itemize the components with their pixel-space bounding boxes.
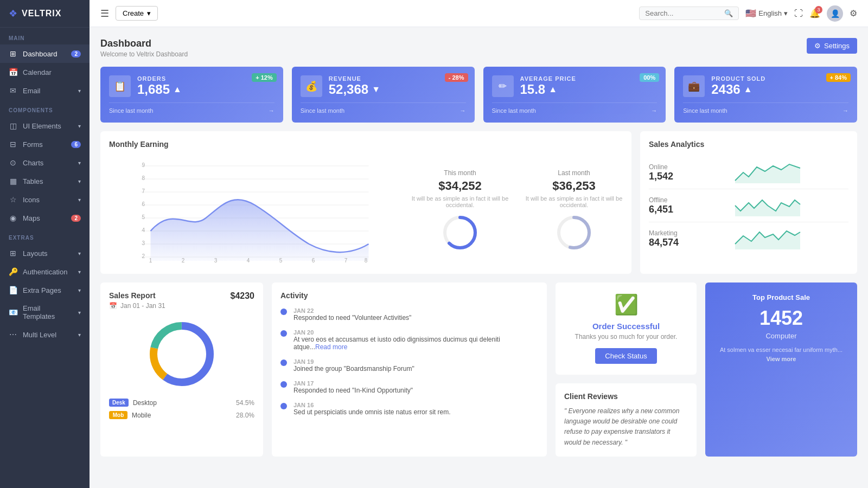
hamburger-icon[interactable]: ☰ [100, 8, 109, 20]
productsold-icon-box: 💼 [683, 75, 705, 97]
online-sparkline [687, 162, 848, 183]
order-success-desc: Thanks you so much for your order. [575, 333, 678, 341]
revenue-bottom: Since last month → [301, 102, 466, 114]
sidebar-label-forms: Forms [23, 140, 43, 149]
revenue-trend-icon: ▼ [372, 85, 380, 94]
dashboard-icon: ⊞ [9, 49, 17, 58]
sidebar-item-dashboard[interactable]: ⊞ Dashboard 2 [0, 44, 90, 63]
view-more-link[interactable]: View more [767, 356, 796, 362]
fullscreen-button[interactable]: ⛶ [794, 9, 803, 18]
svg-text:2: 2 [142, 253, 145, 259]
productsold-value: 2436 ▲ [711, 82, 765, 97]
fullscreen-icon: ⛶ [794, 9, 803, 18]
revenue-badge: - 28% [445, 73, 468, 82]
analytics-item-marketing: Marketing 84,574 [649, 222, 848, 255]
sidebar-item-icons[interactable]: ☆ Icons ▾ [0, 190, 90, 209]
svg-text:9: 9 [142, 162, 145, 168]
sidebar: ❖ VELTRIX MAIN ⊞ Dashboard 2 📅 Calendar … [0, 0, 90, 488]
layouts-icon: ⊞ [9, 249, 17, 258]
settings-btn-label: Settings [824, 42, 850, 50]
svg-text:6: 6 [312, 258, 315, 264]
sales-report-card: Sales Report $4230 📅 Jan 01 - Jan 31 [100, 282, 263, 457]
avatar[interactable]: 👤 [827, 5, 843, 22]
activity-content-3: JAN 17 Responded to need "In-Kind Opport… [293, 380, 413, 394]
sidebar-label-icons: Icons [23, 196, 40, 204]
sidebar-item-maps[interactable]: ◉ Maps 2 [0, 209, 90, 227]
this-month-desc: It will be as simple as in fact it will … [411, 195, 509, 208]
top-product-desc: At solmen va esser necesai far uniform m… [716, 345, 846, 363]
productsold-badge: + 84% [826, 73, 851, 82]
page-titles: Dashboard Welcome to Veltrix Dashboard [100, 38, 188, 58]
chart-area: 9 8 7 6 5 4 3 2 [109, 155, 623, 265]
device-item-mobile: Mob Mobile 28.0% [109, 411, 254, 419]
check-status-button[interactable]: Check Status [595, 348, 656, 364]
topbar: ☰ Create ▾ 🔍 🇺🇸 English ▾ ⛶ 🔔 3 👤 ⚙ [90, 0, 868, 27]
main-content: ☰ Create ▾ 🔍 🇺🇸 English ▾ ⛶ 🔔 3 👤 ⚙ [90, 0, 868, 488]
top-product-name: Computer [765, 332, 796, 340]
productsold-top: 💼 PRODUCT SOLD 2436 ▲ [683, 75, 848, 97]
mobile-name: Mobile [132, 412, 232, 419]
last-month-label: Last month [525, 169, 623, 177]
authentication-arrow-icon: ▾ [78, 269, 81, 275]
desktop-badge: Desk [109, 399, 129, 407]
desktop-name: Desktop [133, 399, 232, 407]
create-button[interactable]: Create ▾ [116, 6, 158, 21]
logo-icon: ❖ [9, 8, 17, 20]
activity-item-0: JAN 22 Responded to need "Volunteer Acti… [280, 307, 538, 322]
avgprice-label: AVERAGE PRICE [520, 75, 576, 82]
activity-dot-4 [280, 403, 287, 409]
sales-total: $4230 [231, 291, 255, 301]
sidebar-item-email[interactable]: ✉ Email ▾ [0, 81, 90, 100]
search-input[interactable] [645, 9, 721, 17]
layouts-arrow-icon: ▾ [78, 251, 81, 256]
forms-badge: 6 [71, 141, 81, 148]
analytics-title: Sales Analytics [649, 140, 848, 149]
sidebar-label-charts: Charts [23, 159, 43, 167]
orders-label-area: ORDERS 1,685 ▲ [137, 75, 182, 97]
productsold-label: PRODUCT SOLD [711, 75, 765, 82]
search-box[interactable]: 🔍 [639, 7, 739, 20]
stat-card-orders: + 12% 📋 ORDERS 1,685 ▲ Since last month … [100, 67, 283, 123]
settings-button[interactable]: ⚙ Settings [807, 38, 857, 54]
orders-badge: + 12% [252, 73, 277, 82]
activity-dot-3 [280, 381, 287, 388]
sidebar-label-email-templates: Email Templates [23, 304, 73, 320]
desktop-pct: 54.5% [236, 399, 254, 407]
orders-top: 📋 ORDERS 1,685 ▲ [109, 75, 275, 97]
revenue-label: REVENUE [329, 75, 380, 82]
sidebar-item-tables[interactable]: ▦ Tables ▾ [0, 172, 90, 190]
lang-label: English [758, 9, 782, 17]
svg-text:6: 6 [142, 201, 145, 207]
sidebar-item-email-templates[interactable]: 📧 Email Templates ▾ [0, 299, 90, 325]
svg-text:4: 4 [247, 258, 250, 264]
sidebar-item-authentication[interactable]: 🔑 Authentication ▾ [0, 262, 90, 281]
productsold-bottom: Since last month → [683, 102, 848, 114]
settings-btn-icon: ⚙ [814, 42, 821, 50]
page-title: Dashboard [100, 38, 188, 49]
read-more-link[interactable]: Read more [315, 343, 347, 351]
sidebar-item-calendar[interactable]: 📅 Calendar [0, 63, 90, 81]
bottom-row: Sales Report $4230 📅 Jan 01 - Jan 31 [100, 282, 857, 457]
orders-value: 1,685 ▲ [137, 82, 182, 97]
sidebar-item-layouts[interactable]: ⊞ Layouts ▾ [0, 244, 90, 262]
revenue-top: 💰 REVENUE 52,368 ▼ [301, 75, 466, 97]
settings-gear-icon[interactable]: ⚙ [850, 8, 857, 18]
avgprice-value: 15.8 ▲ [520, 82, 576, 97]
email-icon: ✉ [9, 86, 17, 95]
svg-text:4: 4 [142, 227, 145, 233]
sidebar-item-multi-level[interactable]: ⋯ Multi Level ▾ [0, 325, 90, 344]
sidebar-item-extra-pages[interactable]: 📄 Extra Pages ▾ [0, 281, 90, 299]
this-month-donut [441, 214, 479, 252]
avgprice-trend-icon: ▲ [548, 85, 557, 94]
sidebar-item-ui-elements[interactable]: ◫ UI Elements ▾ [0, 117, 90, 135]
sidebar-label-maps: Maps [23, 214, 40, 222]
charts-icon: ⊙ [9, 158, 17, 167]
stat-card-product-sold: + 84% 💼 PRODUCT SOLD 2436 ▲ Since last m… [674, 67, 857, 123]
line-chart-svg: 9 8 7 6 5 4 3 2 [109, 155, 400, 264]
sidebar-item-forms[interactable]: ⊟ Forms 6 [0, 135, 90, 153]
language-selector[interactable]: 🇺🇸 English ▾ [745, 8, 788, 18]
notifications-button[interactable]: 🔔 3 [809, 8, 820, 18]
sales-report-top: Sales Report $4230 [109, 291, 254, 302]
sidebar-item-charts[interactable]: ⊙ Charts ▾ [0, 153, 90, 172]
stat-card-revenue: - 28% 💰 REVENUE 52,368 ▼ Since last mont… [292, 67, 475, 123]
